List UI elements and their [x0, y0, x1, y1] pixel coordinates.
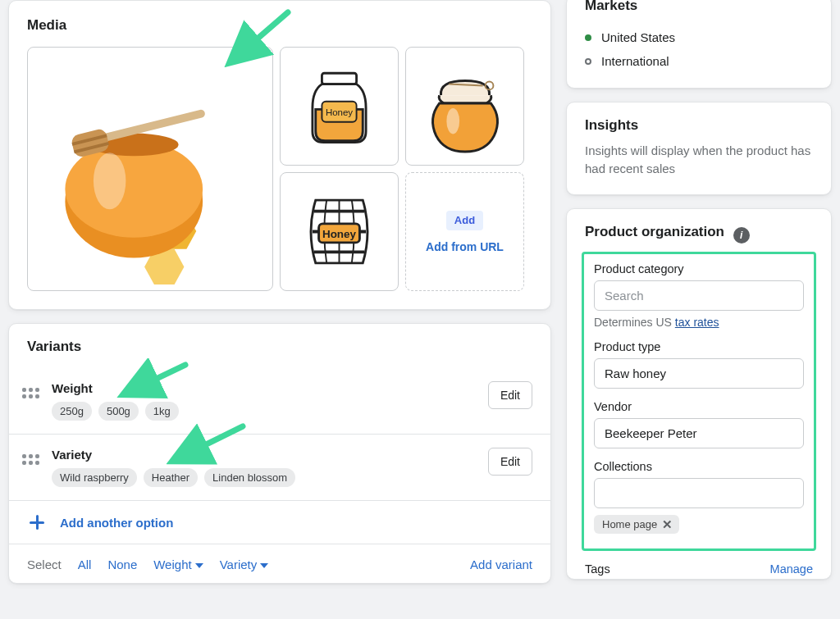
product-organization-title: Product organization i — [585, 224, 813, 244]
info-icon[interactable]: i — [733, 227, 750, 244]
insights-title: Insights — [585, 117, 813, 134]
field-vendor: Vendor — [594, 400, 804, 448]
product-type-label: Product type — [594, 340, 804, 353]
media-item-jar-small[interactable]: Honey — [280, 47, 399, 166]
media-add-button[interactable]: Add — [446, 211, 483, 230]
select-weight[interactable]: Weight — [153, 558, 203, 571]
vendor-input[interactable] — [594, 418, 804, 448]
honey-jar-photo-icon — [28, 48, 272, 290]
svg-rect-11 — [322, 73, 356, 84]
collection-tag-label: Home page — [602, 518, 657, 530]
media-card: Media — [8, 0, 551, 310]
svg-point-10 — [94, 152, 126, 209]
option-values: Wild raspberry Heather Linden blossom — [52, 468, 488, 487]
select-label: Select — [27, 558, 62, 571]
product-category-input[interactable] — [594, 280, 804, 311]
variant-select-bar: Select All None Weight Variety Add varia… — [9, 544, 550, 583]
media-add-from-url[interactable]: Add from URL — [426, 240, 504, 253]
add-variant-link[interactable]: Add variant — [470, 558, 532, 571]
option-name: Variety — [52, 448, 488, 462]
insights-card: Insights Insights will display when the … — [566, 102, 832, 195]
manage-tags-link[interactable]: Manage — [770, 562, 813, 576]
status-dot-inactive-icon — [585, 58, 591, 65]
option-name: Weight — [52, 381, 488, 395]
drag-handle-icon[interactable] — [21, 383, 40, 403]
media-item-barrel[interactable]: Honey — [280, 172, 399, 291]
svg-text:Honey: Honey — [322, 228, 357, 240]
variant-option-weight: Weight 250g 500g 1kg Edit — [9, 368, 550, 434]
variant-option-variety: Variety Wild raspberry Heather Linden bl… — [9, 434, 550, 500]
select-all[interactable]: All — [78, 558, 92, 571]
plus-icon — [29, 514, 45, 530]
option-value-chip: 250g — [52, 402, 92, 421]
insights-body: Insights will display when the product h… — [585, 142, 813, 178]
drag-handle-icon[interactable] — [21, 449, 40, 469]
caret-down-icon — [260, 563, 268, 568]
tax-rates-link[interactable]: tax rates — [675, 316, 719, 329]
collection-tag: Home page ✕ — [594, 515, 679, 534]
remove-tag-icon[interactable]: ✕ — [662, 518, 673, 530]
market-name: International — [601, 54, 669, 68]
field-collections: Collections Home page ✕ — [594, 460, 804, 534]
honey-jar-icon: Honey — [292, 59, 386, 153]
product-category-hint: Determines US tax rates — [594, 316, 804, 329]
market-item-international[interactable]: International — [585, 49, 813, 73]
option-values: 250g 500g 1kg — [52, 402, 488, 421]
market-name: United States — [601, 30, 675, 44]
markets-card: Markets United States International — [566, 0, 832, 89]
option-value-chip: Linden blossom — [204, 468, 295, 487]
media-item-pot[interactable] — [405, 47, 524, 166]
field-product-type: Product type — [594, 340, 804, 389]
edit-option-button[interactable]: Edit — [488, 381, 532, 409]
vendor-label: Vendor — [594, 400, 804, 413]
option-value-chip: Wild raspberry — [52, 468, 137, 487]
edit-option-button[interactable]: Edit — [488, 448, 532, 476]
option-value-chip: 500g — [98, 402, 139, 421]
annotation-highlight: Product category Determines US tax rates… — [582, 252, 816, 551]
option-value-chip: 1kg — [145, 402, 179, 421]
option-value-chip: Heather — [144, 468, 198, 487]
honey-pot-icon — [417, 58, 514, 155]
media-dropzone[interactable]: Add Add from URL — [405, 172, 524, 291]
status-dot-active-icon — [585, 34, 591, 41]
variants-title: Variants — [27, 339, 532, 355]
product-organization-card: Product organization i Product category … — [566, 208, 832, 580]
collections-label: Collections — [594, 460, 804, 473]
svg-text:Honey: Honey — [326, 107, 353, 117]
caret-down-icon — [195, 563, 203, 568]
add-option-row[interactable]: Add another option — [9, 500, 550, 544]
product-type-input[interactable] — [594, 358, 804, 389]
select-variety[interactable]: Variety — [220, 558, 269, 571]
svg-point-16 — [446, 107, 459, 133]
field-product-category: Product category Determines US tax rates — [594, 262, 804, 329]
tags-label: Tags — [585, 562, 610, 576]
tags-row: Tags Manage — [585, 559, 813, 576]
markets-title: Markets — [585, 0, 813, 14]
media-grid: Honey — [27, 47, 532, 291]
market-item-us[interactable]: United States — [585, 25, 813, 49]
product-category-label: Product category — [594, 262, 804, 275]
media-item-hero[interactable] — [27, 47, 273, 291]
select-none[interactable]: None — [107, 558, 137, 571]
media-title: Media — [27, 17, 532, 34]
honey-barrel-icon: Honey — [292, 184, 386, 279]
add-option-link[interactable]: Add another option — [60, 516, 173, 530]
collections-input[interactable] — [594, 478, 804, 508]
variants-card: Variants Weight 250g 500g 1kg Edit — [8, 323, 551, 584]
